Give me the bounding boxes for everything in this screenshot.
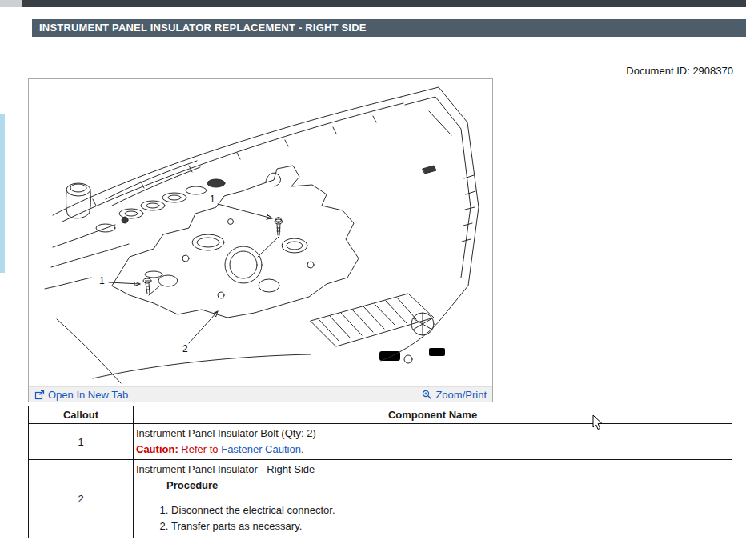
component-name-header: Component Name	[134, 406, 732, 424]
open-in-new-tab-label: Open In New Tab	[48, 389, 128, 401]
caution-text: Refer to	[178, 443, 221, 455]
browser-top-corner	[0, 0, 22, 7]
figure-container: 1 1 2 Open In New Tab Zoom/Print	[28, 78, 493, 402]
component-1-name: Instrument Panel Insulator Bolt (Qty: 2)	[136, 426, 728, 442]
figure-toolbar: Open In New Tab Zoom/Print	[29, 386, 492, 402]
fastener-caution-link[interactable]: Fastener Caution	[221, 443, 301, 455]
procedure-label: Procedure	[166, 478, 728, 494]
open-in-new-tab-link[interactable]: Open In New Tab	[34, 389, 128, 401]
table-header-row: Callout Component Name	[29, 406, 732, 424]
technical-illustration: 1 1 2	[29, 79, 492, 386]
caution-label: Caution:	[136, 443, 178, 455]
document-id-value: 2908370	[692, 65, 733, 77]
component-table: Callout Component Name 1 Instrument Pane…	[28, 406, 732, 538]
figure-callout-2: 2	[182, 343, 188, 354]
figure-callout-1a: 1	[210, 194, 215, 205]
zoom-print-label: Zoom/Print	[435, 389, 487, 401]
open-in-new-tab-icon	[34, 390, 45, 400]
procedure-steps: Disconnect the electrical connector. Tra…	[136, 502, 728, 534]
component-1-cell: Instrument Panel Insulator Bolt (Qty: 2)…	[134, 424, 732, 460]
procedure-step: Disconnect the electrical connector.	[171, 502, 728, 518]
side-panel-edge	[0, 114, 5, 273]
document-id-label: Document ID:	[626, 65, 689, 77]
table-row: 1 Instrument Panel Insulator Bolt (Qty: …	[29, 424, 732, 460]
browser-top-strip	[22, 0, 746, 7]
component-2-cell: Instrument Panel Insulator - Right Side …	[134, 460, 732, 538]
document-id: Document ID: 2908370	[626, 65, 733, 77]
zoom-print-link[interactable]: Zoom/Print	[422, 389, 487, 401]
callout-header: Callout	[29, 406, 134, 424]
table-row: 2 Instrument Panel Insulator - Right Sid…	[29, 460, 732, 538]
callout-2-cell: 2	[29, 460, 134, 538]
component-1-caution: Caution: Refer to Fastener Caution.	[136, 442, 728, 458]
procedure-step: Transfer parts as necessary.	[171, 518, 728, 534]
figure-callout-1b: 1	[99, 275, 105, 286]
component-2-name: Instrument Panel Insulator - Right Side	[136, 462, 728, 478]
caution-period: .	[301, 443, 304, 455]
callout-1-cell: 1	[29, 424, 134, 460]
page-title: INSTRUMENT PANEL INSULATOR REPLACEMENT -…	[32, 19, 746, 37]
zoom-icon	[422, 390, 432, 400]
